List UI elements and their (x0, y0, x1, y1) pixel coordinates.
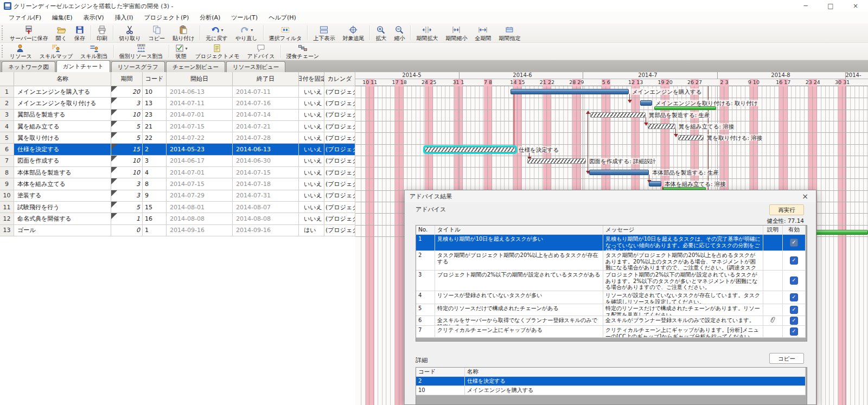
task-header-col-0[interactable] (0, 72, 14, 86)
task-row[interactable]: 8本体部品を製造する1042014-07-012014-07-15いいえ(プロジ… (0, 167, 355, 178)
toolbar-button-redo[interactable]: ▾やり直し (232, 23, 261, 42)
row-number-cell[interactable]: 13 (0, 225, 14, 236)
dropdown-arrow-icon[interactable]: ▾ (251, 28, 253, 33)
task-header-col-5[interactable]: 終了日 (233, 72, 299, 86)
toolbar-button-copy[interactable]: コピー (144, 23, 168, 42)
task-header-col-2[interactable]: 期間 (111, 72, 143, 86)
gantt-bar-selected[interactable] (425, 147, 515, 152)
enabled-checkbox[interactable]: ✓ (790, 317, 798, 325)
toolbar-button-individual-assign[interactable]: 個別リソース割当 (116, 43, 167, 60)
task-row[interactable]: 5翼を取り付ける5222014-07-222014-07-28いいえ(プロジェク… (0, 132, 355, 144)
task-row[interactable]: 1メインエンジンを購入する20102014-06-132014-07-11いいえ… (0, 86, 355, 98)
tab-gantt-chart[interactable]: ガントチャート (56, 60, 110, 72)
detail-row[interactable]: 10メインエンジンを購入する (416, 386, 807, 395)
enabled-checkbox[interactable]: ✓ (790, 239, 798, 247)
task-header-col-6[interactable]: 日付を固定 (299, 72, 324, 86)
task-row[interactable]: 4翼を組み立てる5212014-07-152014-07-21いいえ(プロジェク… (0, 121, 355, 132)
task-row[interactable]: 13ゴール012014-09-162014-09-16はい(プロジェクトか (0, 225, 355, 236)
menu-item-edit[interactable]: 編集(E) (47, 12, 78, 23)
menu-item-help[interactable]: ヘルプ(H) (263, 12, 302, 23)
row-number-cell[interactable]: 2 (0, 98, 14, 109)
toolbar-button-status[interactable]: ▾状態 (171, 43, 192, 60)
detail-table-header[interactable]: コード名称 (416, 368, 807, 377)
toolbar-button-target-track[interactable]: 対象追尾 (339, 23, 368, 42)
maximize-button[interactable]: □ (818, 0, 843, 12)
row-number-cell[interactable]: 12 (0, 213, 14, 224)
gantt-bar[interactable] (510, 89, 629, 94)
copy-button[interactable]: コピー (769, 353, 804, 364)
toolbar-button-save[interactable]: 保存 (71, 23, 89, 42)
menu-item-view[interactable]: 表示(V) (78, 12, 110, 23)
toolbar-button-erosion-chain[interactable]: 浸食チェーン (283, 43, 323, 60)
menu-item-file[interactable]: ファイル(F) (3, 12, 47, 23)
enabled-checkbox[interactable]: ✓ (790, 306, 798, 314)
toolbar-button-open[interactable]: 開く (52, 23, 71, 42)
tab-resource-view[interactable]: リソース別ビュー (226, 61, 285, 72)
enabled-checkbox[interactable]: ✓ (790, 327, 798, 336)
toolbar-button-period-set[interactable]: 期間指定 (495, 23, 524, 42)
buffer-bar[interactable] (654, 106, 716, 110)
task-row[interactable]: 2メインエンジンを取り付ける3132014-07-112014-07-16いいえ… (0, 98, 355, 109)
toolbar-button-project-memo[interactable]: プロジェクトメモ (192, 43, 244, 60)
advice-row[interactable]: 3プロジェクト期間の2%以下の期間が設定されているタスクがあるプロジェクト期間の… (416, 271, 807, 291)
menu-item-analysis[interactable]: 分析(A) (194, 12, 226, 23)
close-icon[interactable]: × (799, 192, 811, 201)
detail-row[interactable]: 2仕様を決定する (416, 377, 807, 386)
enabled-checkbox[interactable]: ✓ (790, 256, 798, 265)
toolbar-button-paste[interactable]: 貼り付け (169, 23, 198, 42)
toolbar-button-cut[interactable]: 切り取り (115, 23, 144, 42)
task-header-col-1[interactable]: 名称 (14, 72, 111, 86)
tab-resource-graph[interactable]: リソースグラフ (111, 61, 165, 72)
tab-network-diagram[interactable]: ネットワーク図 (2, 61, 55, 72)
advice-row[interactable]: 7クリティカルチェーン上にギャップがあるクリティカルチェーン上にギャップがありま… (416, 326, 807, 338)
toolbar-button-resource[interactable]: リソース (6, 43, 36, 60)
row-number-cell[interactable]: 7 (0, 156, 14, 167)
gantt-bar[interactable] (649, 181, 661, 187)
tab-chain-view[interactable]: チェーン別ビュー (166, 61, 225, 72)
toolbar-button-full-period[interactable]: 全期間 (471, 23, 495, 42)
menu-item-tools[interactable]: ツール(T) (226, 12, 263, 23)
dropdown-arrow-icon[interactable]: ▾ (186, 46, 188, 51)
toolbar-button-select-filter[interactable]: 選択フィルタ (265, 23, 306, 42)
task-row[interactable]: 10塗装する392014-07-292014-07-31いいえ(プロジェクトか (0, 190, 355, 202)
menu-item-project[interactable]: プロジェクト(P) (138, 12, 194, 23)
menu-item-insert[interactable]: 挿入(I) (110, 12, 139, 23)
task-row[interactable]: 6仕様を決定する1522014-05-232014-06-13いいえ(プロジェク… (0, 144, 355, 155)
enabled-checkbox[interactable]: ✓ (790, 277, 798, 285)
advice-row[interactable]: 2タスク期間がプロジェクト期間の20%以上を占めるタスクが存在するタスク期間がプ… (416, 251, 807, 271)
task-row[interactable]: 3翼部品を製造する10232014-07-012014-07-14いいえ(プロジ… (0, 110, 355, 121)
toolbar-button-skill-map[interactable]: スキルマップ (36, 43, 76, 60)
row-number-cell[interactable]: 4 (0, 121, 14, 132)
row-number-cell[interactable]: 5 (0, 132, 14, 144)
rerun-button[interactable]: 再実行 (769, 204, 804, 215)
toolbar-button-zoom-in[interactable]: 拡大 (372, 23, 390, 42)
toolbar-button-period-shrink[interactable]: 期間縮小 (442, 23, 471, 42)
advice-row[interactable]: 1見積もり期間が10日を超えるタスクが多い見積もり期間が10日を超えるタスクは、… (416, 235, 807, 251)
gantt-bar[interactable] (648, 124, 675, 129)
advice-row[interactable]: 4リソースが登録されていないタスクが多いリソースが設定されていないタスクが存在し… (416, 291, 807, 304)
minimize-button[interactable]: ─ (793, 0, 818, 12)
task-row[interactable]: 9本体を組み立てる382014-07-152014-07-18いいえ(プロジェク… (0, 178, 355, 190)
toolbar-button-zoom-out[interactable]: 縮小 (390, 23, 409, 42)
toolbar-button-undo[interactable]: ▾元に戻す (202, 23, 231, 42)
row-number-cell[interactable]: 11 (0, 202, 14, 213)
task-row[interactable]: 11試験飛行を行う5152014-08-012014-08-07いいえ(プロジェ… (0, 202, 355, 213)
row-number-cell[interactable]: 10 (0, 190, 14, 202)
toolbar-button-print[interactable]: 印刷 (93, 23, 111, 42)
task-header-col-7[interactable]: カレンダ (324, 72, 355, 86)
row-number-cell[interactable]: 8 (0, 167, 14, 178)
toolbar-button-updown-view[interactable]: 上下表示 (309, 23, 339, 42)
toolbar-button-save-server[interactable]: サーバーに保存 (6, 23, 52, 42)
advice-table-header[interactable]: No.タイトルメッセージ説明有効 (416, 226, 807, 235)
advice-dialog-titlebar[interactable]: アドバイス結果 × (405, 190, 816, 202)
row-number-cell[interactable]: 1 (0, 86, 14, 98)
task-row[interactable]: 7図面を作成する1032014-06-172014-06-30いいえ(プロジェク… (0, 156, 355, 167)
row-number-cell[interactable]: 6 (0, 144, 14, 155)
toolbar-button-advice[interactable]: アドバイス (243, 43, 278, 60)
advice-row[interactable]: 6全スキルをサーバーから取得でなくプランナー登録スキルのみで設定している全スキル… (416, 316, 807, 326)
gantt-bar[interactable] (589, 170, 649, 175)
toolbar-button-skill-assign[interactable]: スキル割当 (76, 43, 112, 60)
toolbar-button-period-expand[interactable]: 期間拡大 (412, 23, 442, 42)
close-button[interactable]: × (843, 0, 868, 12)
gantt-bar[interactable] (678, 135, 704, 140)
